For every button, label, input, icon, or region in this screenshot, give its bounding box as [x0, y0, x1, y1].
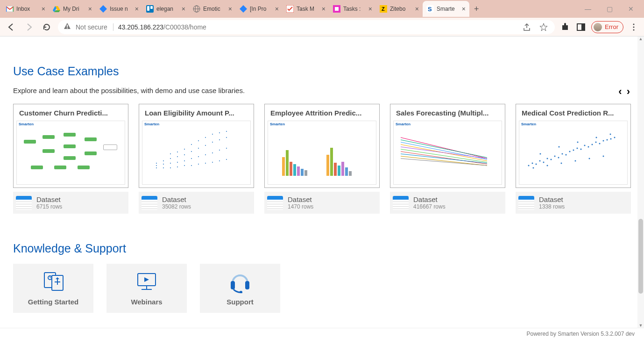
usecase-card-link[interactable]: Customer Churn Predicti... Smarten: [13, 104, 128, 188]
card-title: Customer Churn Predicti...: [14, 104, 128, 119]
dataset-icon: [16, 196, 32, 210]
scroll-down-icon[interactable]: ▼: [637, 323, 644, 328]
new-tab-button[interactable]: +: [469, 4, 484, 14]
svg-rect-107: [245, 281, 249, 289]
minimize-button[interactable]: —: [577, 0, 599, 18]
svg-point-72: [562, 153, 563, 155]
document-icon: [42, 271, 65, 292]
close-icon[interactable]: ×: [462, 5, 466, 13]
svg-point-36: [184, 160, 185, 161]
bookmark-star-icon[interactable]: [538, 22, 549, 33]
tab-label: Smarte: [437, 6, 459, 12]
close-icon[interactable]: ×: [182, 5, 185, 13]
avatar-icon: [594, 23, 602, 31]
carousel-next-button[interactable]: ›: [627, 86, 630, 98]
usecase-card-link[interactable]: Employee Attrition Predic... Smarten: [264, 104, 380, 188]
close-icon[interactable]: ×: [322, 5, 326, 13]
scroll-up-icon[interactable]: ▲: [637, 36, 644, 41]
dataset-icon: [267, 196, 283, 210]
scroll-thumb[interactable]: [638, 219, 643, 294]
tab-zitebo[interactable]: Z Zitebo ×: [376, 1, 423, 17]
extensions-icon[interactable]: [559, 22, 571, 33]
svg-point-108: [240, 291, 242, 293]
footer: Powered by Smarten Version 5.3.2.007 dev: [0, 328, 644, 339]
close-icon[interactable]: ×: [275, 5, 279, 13]
tab-label: Tasks :: [343, 6, 366, 12]
svg-point-50: [205, 137, 206, 138]
getting-started-card[interactable]: Getting Started: [13, 264, 93, 313]
ks-label: Support: [226, 298, 254, 306]
usecase-card-link[interactable]: Loan Eligibility Amount P... Smarten dot…: [139, 104, 254, 188]
usecase-card: Loan Eligibility Amount P... Smarten dot…: [139, 104, 254, 214]
tab-emotic[interactable]: Emotic ×: [189, 1, 236, 17]
svg-point-33: [177, 156, 178, 157]
back-button[interactable]: [5, 21, 18, 34]
webinar-icon: [135, 271, 158, 292]
dataset-info[interactable]: Dataset 416667 rows: [390, 192, 505, 214]
vertical-scrollbar[interactable]: ▲ ▼: [637, 36, 644, 328]
url-path: /C00038/home: [163, 23, 206, 31]
tab-label: Task M: [297, 6, 319, 12]
dataset-info[interactable]: Dataset 35082 rows: [139, 192, 254, 214]
usecase-card-link[interactable]: Medical Cost Prediction R... Smarten: [516, 104, 631, 188]
tab-elegan[interactable]: elegan ×: [142, 1, 189, 17]
svg-point-40: [191, 158, 192, 159]
close-icon[interactable]: ×: [135, 5, 139, 13]
svg-point-43: [198, 164, 199, 165]
svg-point-30: [170, 153, 171, 154]
svg-point-64: [532, 163, 533, 164]
usecase-card-link[interactable]: Sales Forecasting (Multipl... Smarten: [390, 104, 505, 188]
tab-label: Zitebo: [390, 6, 412, 12]
dataset-info[interactable]: Dataset 1338 rows: [516, 192, 631, 214]
svg-point-71: [558, 157, 559, 159]
globe-icon: [193, 5, 200, 13]
tab-drive[interactable]: My Dri ×: [49, 1, 96, 17]
svg-point-78: [584, 145, 586, 146]
dataset-icon: [393, 196, 409, 210]
tab-tasks[interactable]: Tasks : ×: [329, 1, 376, 17]
close-icon[interactable]: ×: [228, 5, 232, 13]
svg-point-37: [184, 154, 185, 155]
forward-button[interactable]: [22, 21, 35, 34]
svg-point-32: [177, 162, 178, 163]
svg-rect-17: [581, 24, 585, 30]
svg-point-91: [589, 158, 590, 159]
svg-point-61: [226, 137, 227, 138]
tab-inbox[interactable]: Inbox ×: [2, 1, 49, 17]
close-window-button[interactable]: ✕: [620, 0, 642, 18]
dataset-label: Dataset: [36, 195, 62, 203]
dataset-icon: [142, 196, 157, 210]
kebab-menu-icon[interactable]: [628, 22, 639, 33]
svg-point-54: [212, 134, 213, 135]
close-icon[interactable]: ×: [415, 5, 419, 13]
tab-taskm[interactable]: Task M ×: [283, 1, 329, 17]
address-bar[interactable]: Not secure 43.205.186.223/C00038/home: [58, 20, 555, 34]
tab-smarten[interactable]: S Smarte ×: [423, 1, 469, 17]
url-host: 43.205.186.223: [118, 23, 163, 31]
support-card[interactable]: Support: [200, 264, 280, 313]
webinars-card[interactable]: Webinars: [106, 264, 187, 313]
svg-point-89: [561, 163, 562, 164]
tab-inpro[interactable]: [In Pro ×: [236, 1, 283, 17]
svg-point-59: [226, 159, 227, 160]
maximize-button[interactable]: ▢: [599, 0, 620, 18]
close-icon[interactable]: ×: [42, 5, 45, 13]
dataset-info[interactable]: Dataset 6715 rows: [13, 192, 128, 214]
svg-point-58: [219, 132, 220, 133]
svg-point-35: [184, 165, 185, 166]
headset-icon: [227, 271, 253, 292]
dataset-info[interactable]: Dataset 1470 rows: [264, 192, 380, 214]
profile-error-badge[interactable]: Error: [591, 21, 623, 33]
todoist-icon: [286, 5, 294, 13]
carousel-prev-button[interactable]: ‹: [618, 86, 622, 98]
svg-point-65: [536, 164, 537, 165]
svg-point-86: [614, 137, 616, 138]
reload-button[interactable]: [40, 21, 53, 34]
share-icon[interactable]: [521, 22, 532, 33]
tab-issue[interactable]: Issue n ×: [96, 1, 142, 17]
jira-icon: [240, 5, 247, 13]
side-panel-icon[interactable]: [575, 22, 587, 33]
svg-rect-2: [147, 6, 149, 11]
close-icon[interactable]: ×: [368, 5, 372, 13]
close-icon[interactable]: ×: [88, 5, 92, 13]
